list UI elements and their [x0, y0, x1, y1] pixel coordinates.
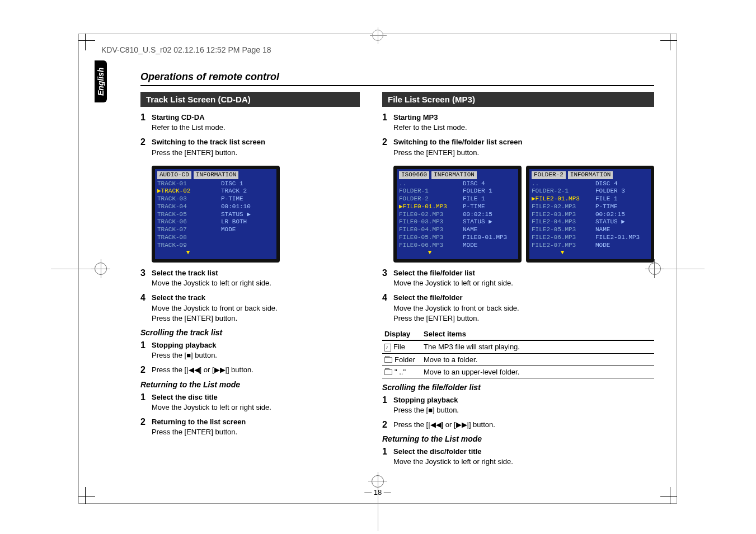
step-title: Starting MP3	[393, 113, 467, 123]
step-number: 3	[382, 268, 393, 288]
step-number: 1	[382, 395, 393, 415]
instruction-step: 1 Starting MP3 Refer to the List mode.	[382, 113, 654, 133]
crop-mark	[78, 34, 95, 50]
step-number: 2	[382, 137, 393, 157]
step-title: Select the file/folder	[393, 293, 519, 303]
table-header: Select items	[421, 328, 654, 340]
instruction-step: 1 Select the disc title Move the Joystic…	[140, 392, 360, 413]
crop-mark	[660, 34, 677, 50]
instruction-step: 2 Switching to the track list screen Pre…	[140, 137, 360, 157]
subheading: Scrolling the file/folder list	[382, 383, 654, 392]
language-tab: English	[95, 60, 107, 102]
file-icon	[384, 344, 391, 352]
step-body: Select the track Move the Joystick to fr…	[152, 293, 278, 324]
step-title: Select the file/folder list	[393, 268, 513, 278]
step-number: 1	[382, 113, 393, 133]
page-header-info: KDV-C810_U.S_r02 02.12.16 12:52 PM Page …	[101, 45, 654, 54]
step-number: 2	[382, 420, 393, 430]
step-number: 2	[140, 417, 152, 437]
display-cell: Folder	[382, 353, 421, 366]
step-body: Starting MP3 Refer to the List mode.	[393, 113, 467, 133]
page-number: — 18 —	[79, 488, 677, 496]
subheading: Returning to the List mode	[140, 380, 360, 389]
folder-icon	[384, 357, 392, 363]
table-row: Folder Move to a folder.	[382, 353, 654, 366]
select-items-cell: Move to an upper-level folder.	[421, 366, 654, 378]
step-body: Switching to the track list screen Press…	[152, 137, 265, 157]
right-column: File List Screen (MP3) 1 Starting MP3 Re…	[382, 92, 654, 471]
osd-screenshot-cdda: AUDIO-CD INFORMATION TRACK-01▶TRACK-02 T…	[152, 166, 280, 263]
folder-icon	[384, 369, 392, 375]
registration-mark	[369, 475, 386, 531]
instruction-step: 2 Returning to the list screen Press the…	[140, 417, 360, 437]
instruction-step: 1 Stopping playback Press the [■] button…	[140, 340, 360, 360]
display-cell: " .."	[382, 366, 421, 378]
instruction-step: 1 Select the disc/folder title Move the …	[382, 447, 654, 467]
step-number: 1	[140, 113, 152, 133]
section-title: Operations of remote control	[140, 71, 654, 86]
step-number: 2	[140, 365, 152, 375]
step-body: Returning to the list screen Press the […	[152, 417, 246, 437]
step-number: 4	[140, 293, 152, 324]
step-title: Starting CD-DA	[152, 113, 226, 123]
step-title: Select the track list	[152, 268, 271, 278]
instruction-step: 2 Press the [|◀◀] or [▶▶|] button.	[382, 420, 654, 430]
table-header: Display	[382, 328, 421, 340]
subheading: Returning to the List mode	[382, 434, 654, 443]
step-body: Stopping playback Press the [■] button.	[393, 395, 459, 415]
instruction-step: 3 Select the track list Move the Joystic…	[140, 268, 360, 288]
step-body: Select the file/folder Move the Joystick…	[393, 293, 519, 324]
step-number: 1	[140, 340, 152, 360]
step-number: 4	[382, 293, 393, 324]
instruction-step: 4 Select the file/folder Move the Joysti…	[382, 293, 654, 324]
select-items-cell: Move to a folder.	[421, 353, 654, 366]
registration-mark	[51, 260, 107, 277]
step-body: Select the track list Move the Joystick …	[152, 268, 271, 288]
step-number: 3	[140, 268, 152, 288]
step-title: Stopping playback	[152, 340, 217, 350]
step-number: 2	[140, 137, 152, 157]
step-body: Select the disc title Move the Joystick …	[152, 392, 271, 413]
instruction-step: 1 Stopping playback Press the [■] button…	[382, 395, 654, 415]
step-number: 1	[382, 447, 393, 467]
osd-screenshot-mp3-root: ISO9660 INFORMATION .. FOLDER-1 FOLDER-2…	[393, 166, 522, 263]
step-title: Select the disc title	[152, 392, 271, 402]
step-title: Returning to the list screen	[152, 417, 246, 427]
left-heading: Track List Screen (CD-DA)	[140, 92, 360, 107]
instruction-step: 2 Switching to the file/folder list scre…	[382, 137, 654, 157]
step-body: Stopping playback Press the [■] button.	[152, 340, 217, 360]
step-number: 1	[140, 392, 152, 413]
select-items-cell: The MP3 file will start playing.	[421, 340, 654, 353]
step-body: Starting CD-DA Refer to the List mode.	[152, 113, 226, 133]
table-row: " .." Move to an upper-level folder.	[382, 366, 654, 378]
step-body: Select the disc/folder title Move the Jo…	[393, 447, 513, 467]
step-body: Select the file/folder list Move the Joy…	[393, 268, 513, 288]
instruction-step: 1 Starting CD-DA Refer to the List mode.	[140, 113, 360, 133]
step-title: Switching to the track list screen	[152, 137, 265, 147]
step-title: Select the disc/folder title	[393, 447, 513, 457]
instruction-step: 2 Press the [|◀◀] or [▶▶|] button.	[140, 365, 360, 375]
manual-page: KDV-C810_U.S_r02 02.12.16 12:52 PM Page …	[78, 34, 677, 504]
display-cell: File	[382, 340, 421, 353]
left-column: Track List Screen (CD-DA) 1 Starting CD-…	[140, 92, 360, 471]
step-body: Press the [|◀◀] or [▶▶|] button.	[393, 420, 495, 430]
display-select-table: Display Select items File The MP3 file w…	[382, 328, 654, 378]
instruction-step: 4 Select the track Move the Joystick to …	[140, 293, 360, 324]
step-title: Switching to the file/folder list screen	[393, 137, 522, 147]
registration-mark	[649, 260, 705, 277]
step-body: Switching to the file/folder list screen…	[393, 137, 522, 157]
instruction-step: 3 Select the file/folder list Move the J…	[382, 268, 654, 288]
table-row: File The MP3 file will start playing.	[382, 340, 654, 353]
osd-screenshot-mp3-folder: FOLDER-2 INFORMATION .. FOLDER-2-1▶FILE2…	[526, 166, 654, 263]
step-title: Stopping playback	[393, 395, 459, 405]
right-heading: File List Screen (MP3)	[382, 92, 654, 107]
step-title: Select the track	[152, 293, 278, 303]
subheading: Scrolling the track list	[140, 328, 360, 337]
step-body: Press the [|◀◀] or [▶▶|] button.	[152, 365, 253, 375]
registration-mark	[372, 30, 383, 41]
